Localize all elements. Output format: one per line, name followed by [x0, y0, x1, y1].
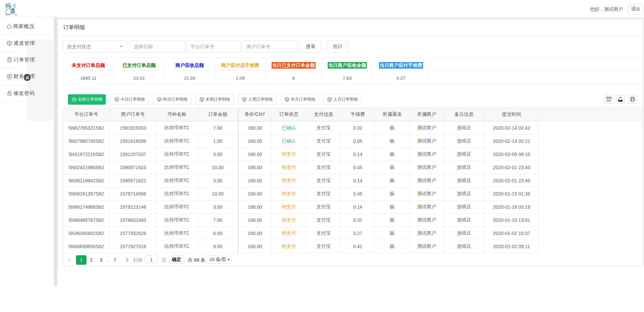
- svg-text:道: 道: [9, 7, 16, 14]
